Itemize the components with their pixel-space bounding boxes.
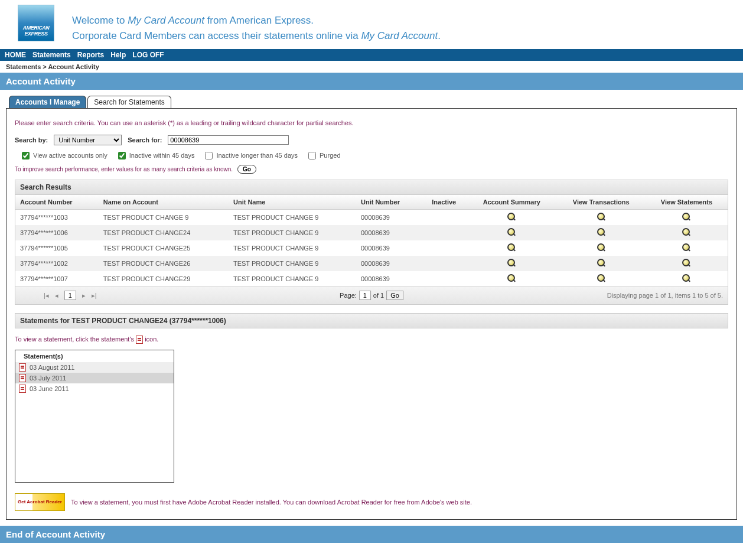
table-row: 37794******1003TEST PRODUCT CHANGE 9TEST… [15,209,728,225]
magnifier-icon[interactable] [597,259,605,267]
col-view-transactions[interactable]: View Transactions [556,195,646,210]
search-for-input[interactable] [168,135,289,145]
pager-prev-icon[interactable]: ◂ [55,292,58,299]
col-account-number[interactable]: Account Number [15,195,99,210]
cell-inactive [421,225,467,240]
search-for-label: Search for: [128,136,162,144]
cell-unit-number: 00008639 [356,209,421,225]
nav-statements[interactable]: Statements [32,51,71,59]
col-unit-number[interactable]: Unit Number [356,195,421,210]
pager-current-box[interactable] [64,291,76,300]
search-instructions: Please enter search criteria. You can us… [15,119,728,126]
nav-logoff[interactable]: LOG OFF [132,51,164,59]
cell-unit-number: 00008639 [356,271,421,286]
pdf-icon [19,363,26,372]
top-nav: HOME Statements Reports Help LOG OFF [0,49,743,61]
pdf-icon [19,385,26,393]
magnifier-icon[interactable] [682,228,690,236]
magnifier-icon[interactable] [507,213,516,221]
footer-bar: End of Account Activity [0,526,743,543]
cell-unit-name: TEST PRODUCT CHANGE 9 [229,209,356,225]
pager-last-icon[interactable]: ▸| [92,292,97,299]
cell-inactive [421,256,467,271]
magnifier-icon[interactable] [507,259,516,267]
magnifier-icon[interactable] [507,228,516,236]
table-row: 37794******1007TEST PRODUCT CHANGE29TEST… [15,271,728,286]
search-go-button[interactable]: Go [237,165,256,174]
pager-next-icon[interactable]: ▸ [82,292,86,299]
cb-active-only[interactable]: View active accounts only [19,150,107,161]
cell-account-number: 37794******1007 [15,271,99,286]
col-view-statements[interactable]: View Statements [646,195,728,210]
col-account-summary[interactable]: Account Summary [467,195,556,210]
cell-account-number: 37794******1002 [15,256,99,271]
cell-inactive [421,209,467,225]
statement-item[interactable]: 03 June 2011 [15,383,174,394]
statement-item[interactable]: 03 August 2011 [15,362,174,373]
acrobat-reader-badge[interactable]: Get Acrobat Reader [15,493,65,511]
page-title: Account Activity [0,73,743,90]
pager-page-input[interactable] [359,291,371,300]
magnifier-icon[interactable] [682,259,690,267]
col-name-on-account[interactable]: Name on Account [99,195,229,210]
magnifier-icon[interactable] [682,243,690,252]
welcome-text: Welcome to My Card Account from American… [72,5,441,44]
acrobat-note: To view a statement, you must first have… [71,499,472,506]
magnifier-icon[interactable] [597,243,605,252]
pager-go-button[interactable]: Go [386,291,403,300]
col-unit-name[interactable]: Unit Name [229,195,356,210]
cb-inactive-longer[interactable]: Inactive longer than 45 days [203,150,298,161]
search-by-label: Search by: [15,136,48,144]
magnifier-icon[interactable] [597,228,605,236]
cell-account-number: 37794******1005 [15,240,99,256]
tab-accounts-i-manage[interactable]: Accounts I Manage [9,96,86,108]
breadcrumb: Statements > Account Activity [0,61,743,73]
magnifier-icon[interactable] [597,213,605,221]
cell-unit-number: 00008639 [356,240,421,256]
cell-name-on-account: TEST PRODUCT CHANGE25 [99,240,229,256]
magnifier-icon[interactable] [682,274,690,282]
brand-line2: EXPRESS [24,31,47,37]
cb-purged[interactable]: Purged [306,150,340,161]
cell-name-on-account: TEST PRODUCT CHANGE26 [99,256,229,271]
nav-reports[interactable]: Reports [77,51,104,59]
cb-inactive-45[interactable]: Inactive within 45 days [116,150,195,161]
table-row: 37794******1005TEST PRODUCT CHANGE25TEST… [15,240,728,256]
pager-first-icon[interactable]: |◂ [44,292,49,299]
search-by-select[interactable]: Unit Number [54,135,122,145]
statement-item[interactable]: 03 July 2011 [15,373,174,383]
pdf-icon [136,336,143,344]
cell-inactive [421,240,467,256]
statement-label: 03 June 2011 [30,385,69,392]
grid-title: Search Results [15,180,728,195]
cell-unit-number: 00008639 [356,256,421,271]
magnifier-icon[interactable] [507,274,516,282]
nav-home[interactable]: HOME [5,51,26,59]
statement-note: To view a statement, click the statement… [15,336,728,344]
magnifier-icon[interactable] [507,243,516,252]
table-row: 37794******1006TEST PRODUCT CHANGE24TEST… [15,225,728,240]
cell-unit-number: 00008639 [356,225,421,240]
magnifier-icon[interactable] [597,274,605,282]
pager-page-label: Page: [340,292,357,299]
col-inactive[interactable]: Inactive [421,195,467,210]
table-row: 37794******1002TEST PRODUCT CHANGE26TEST… [15,256,728,271]
pager-of-text: of 1 [373,292,384,299]
perf-hint: To improve search performance, enter val… [15,166,233,172]
results-grid: Search Results Account Number Name on Ac… [15,180,728,305]
statements-box-title: Statement(s) [15,350,174,362]
main-panel: Please enter search criteria. You can us… [6,108,737,520]
statement-label: 03 August 2011 [30,364,74,371]
cell-unit-name: TEST PRODUCT CHANGE 9 [229,240,356,256]
nav-help[interactable]: Help [110,51,126,59]
brand-logo: AMERICAN EXPRESS [18,5,54,41]
magnifier-icon[interactable] [682,213,690,221]
pager: |◂ ◂ ▸ ▸| Page: of 1 Go Displaying page … [15,286,728,304]
cell-inactive [421,271,467,286]
pdf-icon [19,374,26,382]
tab-search-for-statements[interactable]: Search for Statements [87,96,171,108]
cell-unit-name: TEST PRODUCT CHANGE 9 [229,225,356,240]
cell-account-number: 37794******1006 [15,225,99,240]
cell-name-on-account: TEST PRODUCT CHANGE24 [99,225,229,240]
statements-box: Statement(s) 03 August 201103 July 20110… [15,350,174,483]
